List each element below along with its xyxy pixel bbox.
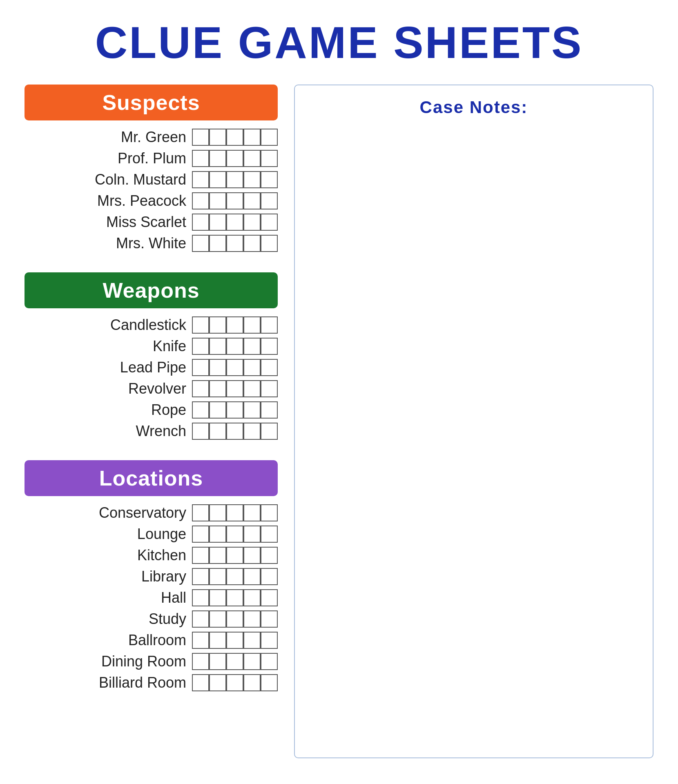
- case-notes-textarea[interactable]: [311, 125, 636, 738]
- checkbox[interactable]: [192, 610, 209, 628]
- checkbox[interactable]: [192, 526, 209, 543]
- checkbox[interactable]: [192, 423, 209, 440]
- checkbox[interactable]: [192, 150, 209, 167]
- checkbox[interactable]: [243, 380, 261, 397]
- checkbox[interactable]: [226, 653, 243, 670]
- checkbox[interactable]: [209, 192, 226, 209]
- checkbox[interactable]: [261, 380, 278, 397]
- checkbox[interactable]: [261, 192, 278, 209]
- checkbox[interactable]: [192, 653, 209, 670]
- checkbox[interactable]: [192, 589, 209, 606]
- checkbox[interactable]: [261, 674, 278, 691]
- checkbox[interactable]: [226, 380, 243, 397]
- checkbox[interactable]: [192, 338, 209, 355]
- checkbox[interactable]: [261, 423, 278, 440]
- checkbox[interactable]: [226, 632, 243, 649]
- checkbox[interactable]: [226, 423, 243, 440]
- checkbox[interactable]: [192, 401, 209, 419]
- checkbox[interactable]: [261, 589, 278, 606]
- checkbox[interactable]: [261, 129, 278, 146]
- checkbox[interactable]: [209, 235, 226, 252]
- checkbox[interactable]: [243, 632, 261, 649]
- checkbox[interactable]: [261, 504, 278, 521]
- checkbox[interactable]: [226, 338, 243, 355]
- checkbox[interactable]: [243, 568, 261, 585]
- checkbox[interactable]: [209, 129, 226, 146]
- checkbox[interactable]: [243, 401, 261, 419]
- checkbox[interactable]: [261, 632, 278, 649]
- checkbox[interactable]: [209, 504, 226, 521]
- checkbox[interactable]: [209, 316, 226, 334]
- checkbox[interactable]: [226, 235, 243, 252]
- checkbox[interactable]: [261, 526, 278, 543]
- checkbox[interactable]: [243, 504, 261, 521]
- checkbox[interactable]: [243, 526, 261, 543]
- checkbox[interactable]: [226, 610, 243, 628]
- checkbox[interactable]: [192, 547, 209, 564]
- checkbox[interactable]: [226, 316, 243, 334]
- checkbox[interactable]: [243, 316, 261, 334]
- checkbox[interactable]: [243, 235, 261, 252]
- checkbox[interactable]: [243, 547, 261, 564]
- checkbox[interactable]: [192, 214, 209, 231]
- checkbox[interactable]: [226, 401, 243, 419]
- checkbox[interactable]: [243, 589, 261, 606]
- checkbox[interactable]: [243, 610, 261, 628]
- checkbox[interactable]: [209, 214, 226, 231]
- checkbox[interactable]: [226, 171, 243, 188]
- checkbox[interactable]: [261, 316, 278, 334]
- checkbox[interactable]: [192, 129, 209, 146]
- checkbox[interactable]: [226, 129, 243, 146]
- checkbox[interactable]: [261, 547, 278, 564]
- checkbox[interactable]: [243, 423, 261, 440]
- checkbox[interactable]: [261, 235, 278, 252]
- checkbox[interactable]: [261, 610, 278, 628]
- checkbox[interactable]: [243, 150, 261, 167]
- checkbox[interactable]: [261, 653, 278, 670]
- checkbox[interactable]: [192, 235, 209, 252]
- checkbox[interactable]: [209, 150, 226, 167]
- checkbox[interactable]: [243, 674, 261, 691]
- checkbox[interactable]: [192, 171, 209, 188]
- checkbox[interactable]: [209, 632, 226, 649]
- checkbox[interactable]: [226, 192, 243, 209]
- checkbox[interactable]: [209, 526, 226, 543]
- checkbox[interactable]: [192, 359, 209, 376]
- checkbox[interactable]: [261, 401, 278, 419]
- checkbox[interactable]: [192, 380, 209, 397]
- checkbox[interactable]: [192, 632, 209, 649]
- checkbox[interactable]: [209, 380, 226, 397]
- checkbox[interactable]: [226, 674, 243, 691]
- checkbox[interactable]: [261, 171, 278, 188]
- checkbox[interactable]: [192, 504, 209, 521]
- checkbox[interactable]: [192, 192, 209, 209]
- checkbox[interactable]: [243, 359, 261, 376]
- checkbox[interactable]: [261, 214, 278, 231]
- checkbox[interactable]: [226, 526, 243, 543]
- checkbox[interactable]: [226, 547, 243, 564]
- checkbox[interactable]: [226, 150, 243, 167]
- checkbox[interactable]: [209, 401, 226, 419]
- checkbox[interactable]: [226, 214, 243, 231]
- checkbox[interactable]: [243, 129, 261, 146]
- checkbox[interactable]: [209, 589, 226, 606]
- checkbox[interactable]: [261, 568, 278, 585]
- checkbox[interactable]: [261, 150, 278, 167]
- checkbox[interactable]: [209, 338, 226, 355]
- checkbox[interactable]: [209, 653, 226, 670]
- checkbox[interactable]: [226, 504, 243, 521]
- checkbox[interactable]: [209, 359, 226, 376]
- checkbox[interactable]: [209, 171, 226, 188]
- checkbox[interactable]: [261, 359, 278, 376]
- checkbox[interactable]: [192, 568, 209, 585]
- checkbox[interactable]: [243, 653, 261, 670]
- checkbox[interactable]: [226, 568, 243, 585]
- checkbox[interactable]: [209, 674, 226, 691]
- checkbox[interactable]: [226, 359, 243, 376]
- checkbox[interactable]: [243, 214, 261, 231]
- checkbox[interactable]: [226, 589, 243, 606]
- checkbox[interactable]: [261, 338, 278, 355]
- checkbox[interactable]: [209, 423, 226, 440]
- checkbox[interactable]: [192, 674, 209, 691]
- checkbox[interactable]: [243, 171, 261, 188]
